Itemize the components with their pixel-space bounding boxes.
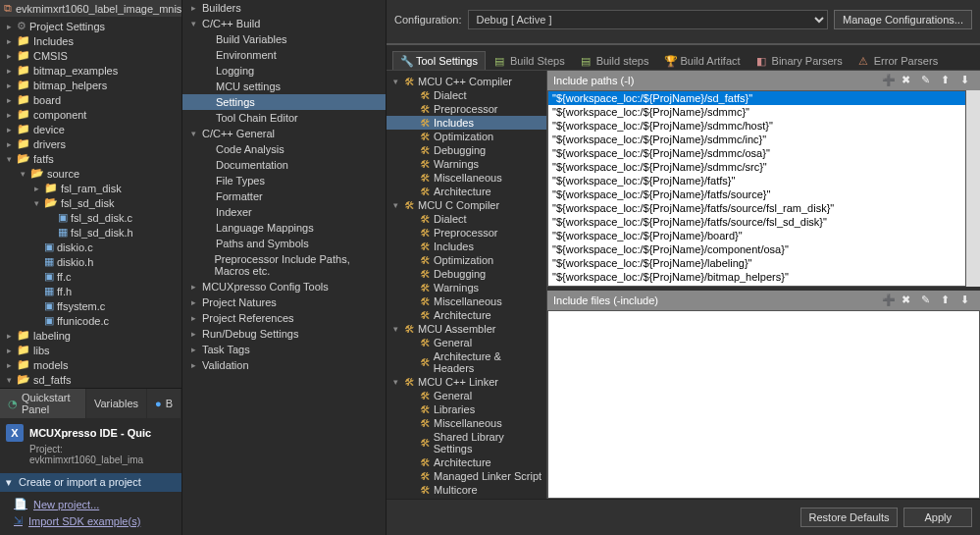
tool-tree-item[interactable]: 🛠Multicore [387,483,546,497]
include-path-row[interactable]: "${workspace_loc:/${ProjName}/sdmmc/inc}… [548,133,965,146]
twisty-icon[interactable]: ▸ [4,125,14,134]
tab-quickstart[interactable]: ◔ Quickstart Panel [0,389,85,418]
settings-item[interactable]: Build Variables [182,31,386,47]
settings-item[interactable]: ▸Builders [182,0,386,16]
tool-tree-item[interactable]: 🛠Dialect [387,88,546,102]
tool-tree-item[interactable]: 🛠Libraries [387,402,546,416]
twisty-icon[interactable]: ▾ [390,377,400,387]
twisty-icon[interactable]: ▾ [390,77,400,86]
twisty-icon[interactable]: ▸ [4,360,14,370]
settings-item[interactable]: ▸Project Natures [182,294,386,310]
tree-item[interactable]: ▦diskio.h [0,254,181,269]
tree-item[interactable]: ▸📁labeling [0,328,181,343]
settings-item[interactable]: File Types [182,173,386,188]
add-path-icon[interactable]: ➕ [882,74,896,87]
tool-tree-item[interactable]: 🛠Debugging [387,143,546,157]
moveup-path-icon[interactable]: ⬆ [941,74,954,87]
edit-file-icon[interactable]: ✎ [921,294,935,307]
tool-tree-item[interactable]: 🛠Architecture [387,185,546,198]
include-path-row[interactable]: "${workspace_loc:/${ProjName}/fatfs/sour… [548,201,965,215]
include-path-row[interactable]: "${workspace_loc:/${ProjName}/fatfs}" [548,174,965,187]
settings-item[interactable]: Preprocessor Include Paths, Macros etc. [182,251,386,279]
tab-error-parsers[interactable]: ⚠Error Parsers [851,51,945,70]
twisty-icon[interactable]: ▾ [31,198,41,208]
tab-variables[interactable]: Variables [86,389,146,418]
settings-item[interactable]: Documentation [182,157,386,173]
settings-item[interactable]: Tool Chain Editor [182,110,386,126]
tool-tree-item[interactable]: 🛠Shared Library Settings [387,430,546,455]
settings-item[interactable]: ▸MCUXpresso Config Tools [182,279,386,294]
include-paths-list[interactable]: "${workspace_loc:/${ProjName}/sd_fatfs}"… [547,90,966,287]
twisty-icon[interactable]: ▸ [188,297,198,307]
project-tree[interactable]: ▸⚙Project Settings▸📁Includes▸📁CMSIS▸📁bit… [0,17,181,388]
link-import-sdk[interactable]: ⇲ Import SDK example(s) [14,512,176,529]
twisty-icon[interactable]: ▸ [188,345,198,354]
tree-item[interactable]: ▣ff.c [0,269,181,284]
tree-item[interactable]: ▣ffunicode.c [0,313,181,328]
tree-item[interactable]: ▸📁fsl_ram_disk [0,181,181,195]
tool-tree-item[interactable]: 🛠Miscellaneous [387,416,546,430]
twisty-icon[interactable]: ▸ [188,360,198,370]
settings-item[interactable]: Language Mappings [182,220,386,236]
twisty-icon[interactable]: ▸ [188,282,198,292]
tool-settings-tree[interactable]: ▾🛠MCU C++ Compiler🛠Dialect🛠Preprocessor🛠… [387,71,547,499]
tool-tree-item[interactable]: 🛠Warnings [387,281,546,294]
movedown-path-icon[interactable]: ⬇ [960,74,974,87]
include-path-row[interactable]: "${workspace_loc:/${ProjName}/fatfs/sour… [548,187,965,201]
settings-item[interactable]: ▸Run/Debug Settings [182,326,386,342]
settings-item[interactable]: Code Analysis [182,141,386,157]
include-path-row[interactable]: "${workspace_loc:/${ProjName}/sd_fatfs}" [548,91,965,105]
tree-item[interactable]: ▸📁Includes [0,33,181,48]
include-path-row[interactable]: "${workspace_loc:/${ProjName}/sdmmc/src}… [548,160,965,174]
twisty-icon[interactable]: ▸ [4,51,14,61]
twisty-icon[interactable]: ▸ [188,313,198,323]
include-path-row[interactable]: "${workspace_loc:/${ProjName}/labeling}" [548,256,965,270]
link-new-project[interactable]: 📄 New project... [14,496,176,512]
settings-item[interactable]: ▾C/C++ General [182,126,386,141]
settings-item[interactable]: Logging [182,63,386,79]
add-file-icon[interactable]: ➕ [882,294,896,307]
twisty-icon[interactable]: ▸ [188,3,198,13]
tree-item[interactable]: ▾📂source [0,166,181,181]
settings-item[interactable]: Environment [182,47,386,63]
twisty-icon[interactable]: ▸ [4,36,14,46]
twisty-icon[interactable]: ▸ [4,95,14,105]
include-files-list[interactable] [547,310,980,499]
settings-item[interactable]: Paths and Symbols [182,236,386,251]
delete-file-icon[interactable]: ✖ [902,294,915,307]
twisty-icon[interactable]: ▾ [18,169,27,179]
movedown-file-icon[interactable]: ⬇ [960,294,974,307]
include-path-row[interactable]: "${workspace_loc:/${ProjName}/sdmmc/host… [548,119,965,133]
quickstart-section-header[interactable]: ▾ Create or import a project [0,473,181,492]
tree-item[interactable]: ▦fsl_sd_disk.h [0,225,181,240]
twisty-icon[interactable]: ▾ [390,324,400,334]
tree-item[interactable]: ▾📂sd_fatfs [0,372,181,387]
include-path-row[interactable]: "${workspace_loc:/${ProjName}/sdmmc/osa}… [548,146,965,160]
twisty-icon[interactable]: ▸ [31,184,41,193]
include-path-row[interactable]: "${workspace_loc:/${ProjName}/bitmap_hel… [548,270,965,284]
tool-tree-item[interactable]: 🛠Optimization [387,253,546,267]
settings-item[interactable]: ▾C/C++ Build [182,16,386,31]
project-root[interactable]: ⧉ evkmimxrt1060_label_image_mnist [0,0,181,17]
twisty-icon[interactable]: ▾ [4,375,14,385]
settings-item[interactable]: Formatter [182,188,386,204]
tree-item[interactable]: ▾📂fsl_sd_disk [0,195,181,210]
include-path-row[interactable]: "${workspace_loc:/${ProjName}/models}" [548,284,965,287]
tree-item[interactable]: ▸📁device [0,122,181,136]
apply-button[interactable]: Apply [903,508,972,527]
twisty-icon[interactable]: ▸ [4,331,14,341]
tree-item[interactable]: ▣fsl_sd_disk.c [0,210,181,225]
tool-tree-item[interactable]: 🛠Architecture [387,308,546,322]
twisty-icon[interactable]: ▾ [4,154,14,164]
twisty-icon[interactable]: ▾ [188,129,198,138]
twisty-icon[interactable]: ▸ [4,80,14,90]
tab-build-steps[interactable]: ▤Build Steps [488,51,572,70]
twisty-icon[interactable]: ▸ [4,110,14,120]
delete-path-icon[interactable]: ✖ [902,74,915,87]
include-path-row[interactable]: "${workspace_loc:/${ProjName}/sdmmc}" [548,105,965,119]
manage-configurations-button[interactable]: Manage Configurations... [834,10,972,29]
moveup-file-icon[interactable]: ⬆ [941,294,954,307]
tool-tree-item[interactable]: ▾🛠MCU C++ Linker [387,375,546,389]
tool-tree-item[interactable]: ▾🛠MCU Assembler [387,322,546,336]
tree-item[interactable]: ▣diskio.c [0,240,181,254]
